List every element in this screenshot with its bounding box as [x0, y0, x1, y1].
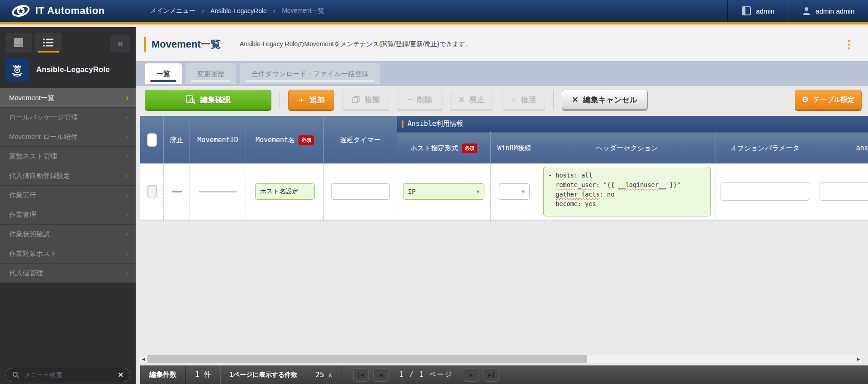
header-section-textarea[interactable]: - hosts: all remote_user: "{{ __loginuse…: [543, 167, 711, 216]
circle-icon: ○: [512, 96, 516, 104]
scroll-left-icon[interactable]: ◀: [140, 357, 147, 361]
group-label: Ansible利用情報: [408, 120, 463, 128]
menu-item-label: 作業状態確認: [9, 230, 50, 239]
row-host-format-cell: IP ▼: [397, 163, 491, 220]
menu-item-label: 変数ネスト管理: [9, 152, 57, 161]
sidebar-view-tabs: «: [0, 27, 136, 53]
scrollbar-track[interactable]: [147, 355, 855, 363]
add-button[interactable]: ＋ 追加: [288, 90, 334, 110]
movement-table: 廃止 MovementID Movement名 必須 遅延タイマー Ansibl…: [140, 116, 868, 221]
sidebar-item-work-manage[interactable]: 作業管理 ›: [0, 205, 136, 225]
chevron-up-icon: ∧: [329, 372, 332, 378]
chevron-right-icon: ›: [126, 230, 128, 239]
sidebar-item-role-package[interactable]: ロールパッケージ管理 ›: [0, 108, 136, 127]
title-accent-bar: [144, 37, 146, 52]
header-select-all-cell: [140, 116, 164, 163]
per-page-value: 25: [315, 370, 324, 379]
select-all-checkbox[interactable]: [147, 133, 157, 147]
tab-change-history[interactable]: 変更履歴: [185, 63, 236, 84]
edit-cancel-label: 編集キャンセル: [583, 95, 638, 105]
discard-label: 廃止: [469, 95, 484, 105]
discard-button[interactable]: ✕ 廃止: [450, 90, 493, 110]
search-clear-icon[interactable]: ✕: [118, 371, 123, 379]
sidebar-collapse-button[interactable]: «: [110, 34, 130, 53]
delete-button[interactable]: − 削除: [398, 90, 443, 110]
edit-count-value: 1 件: [186, 365, 220, 384]
scrollbar-thumb[interactable]: [147, 355, 587, 363]
winrm-select[interactable]: ▼: [499, 183, 530, 200]
sidebar-item-variable-nest[interactable]: 変数ネスト管理 ›: [0, 147, 136, 166]
header-header-section: ヘッダーセクション: [538, 132, 716, 163]
main-area: Movement一覧 Ansible-Legacy RoleのMovementを…: [136, 27, 868, 384]
chevron-down-icon: ▼: [522, 189, 525, 195]
menu-item-label: 作業実行: [9, 191, 36, 200]
breadcrumb: メインメニュー › Ansible-LegacyRole › Movement一…: [136, 7, 324, 15]
chevron-right-icon: ›: [126, 249, 128, 258]
sidebar-tab-list[interactable]: [35, 33, 62, 53]
restore-button[interactable]: ○ 復活: [503, 90, 545, 110]
restore-label: 復活: [521, 95, 536, 105]
row-select-cell: [140, 163, 164, 220]
table-row: ホスト名設定 IP ▼ ▼: [140, 163, 868, 221]
header-movement-name: Movement名 必須: [246, 116, 324, 163]
header-ansible-cfg: ansib: [814, 132, 868, 163]
journal-icon: [741, 6, 751, 16]
row-ansible-cfg-cell: [814, 163, 868, 220]
table-settings-label: テーブル設定: [813, 96, 854, 104]
movement-name-input[interactable]: ホスト名設定: [255, 183, 315, 200]
tab-label: 全件ダウンロード・ファイル一括登録: [251, 70, 368, 78]
sidebar-panel-title: Ansible-LegacyRole: [36, 65, 110, 74]
tab-bulk-download-upload[interactable]: 全件ダウンロード・ファイル一括登録: [240, 63, 380, 84]
menu-search-input[interactable]: [24, 371, 113, 379]
sidebar-item-substitution-value[interactable]: 代入値管理 ›: [0, 264, 136, 283]
page-title-bar: Movement一覧 Ansible-Legacy RoleのMovementを…: [136, 27, 868, 61]
footer-bar: 編集件数 1 件 1ページに表示する件数 25 ∧ ◀ ◀ 1: [140, 365, 868, 384]
menu-item-label: 代入値管理: [9, 269, 43, 278]
delay-timer-input[interactable]: [331, 183, 390, 200]
last-page-button[interactable]: ▶: [484, 368, 499, 382]
sidebar-item-movement-role-link[interactable]: Movement-ロール紐付 ›: [0, 127, 136, 147]
horizontal-scrollbar: ◀ ▶: [140, 355, 862, 363]
empty-value-dash: [172, 191, 182, 192]
kebab-menu-icon[interactable]: ⋮: [844, 39, 854, 50]
user-button[interactable]: admin admin: [788, 0, 868, 22]
sidebar-item-substitution-auto-reg[interactable]: 代入値自動登録設定 ›: [0, 166, 136, 186]
ansible-legacyrole-icon: [5, 58, 29, 82]
menu-item-label: ロールパッケージ管理: [9, 113, 78, 122]
tab-list[interactable]: 一覧: [145, 63, 182, 84]
sidebar-item-target-host[interactable]: 作業対象ホスト ›: [0, 244, 136, 264]
toolbar-divider: [553, 91, 554, 109]
edit-cancel-button[interactable]: ✕ 編集キャンセル: [562, 90, 648, 110]
first-page-button[interactable]: ◀: [353, 368, 369, 382]
per-page-dropdown[interactable]: 25 ∧: [306, 365, 341, 384]
next-page-button[interactable]: ▶: [464, 368, 479, 382]
breadcrumb-ansible-legacyrole[interactable]: Ansible-LegacyRole: [210, 7, 267, 14]
menu-list-button[interactable]: admin: [727, 0, 788, 22]
row-checkbox[interactable]: [147, 185, 157, 198]
sidebar-item-work-status[interactable]: 作業状態確認 ›: [0, 225, 136, 244]
host-format-select[interactable]: IP ▼: [403, 183, 484, 200]
duplicate-button[interactable]: 複製: [342, 90, 389, 110]
breadcrumb-main-menu[interactable]: メインメニュー: [150, 7, 195, 15]
scroll-right-icon[interactable]: ▶: [855, 357, 862, 361]
sidebar-item-movement-list[interactable]: Movement一覧 ›: [0, 88, 136, 108]
content-area: 編集確認 ＋ 追加 複製 −: [136, 86, 868, 384]
pending-id-line: [199, 191, 237, 192]
gear-icon: ⚙: [802, 96, 809, 104]
sidebar-item-work-execute[interactable]: 作業実行 ›: [0, 186, 136, 205]
list-icon: [43, 38, 54, 48]
sidebar-menu: Movement一覧 › ロールパッケージ管理 › Movement-ロール紐付…: [0, 88, 136, 283]
table-settings-button[interactable]: ⚙ テーブル設定: [795, 90, 862, 110]
option-params-input[interactable]: [721, 182, 809, 201]
breadcrumb-separator-icon: ›: [202, 7, 204, 15]
brand: IT Automation: [0, 3, 136, 19]
sidebar-tab-grid[interactable]: [5, 33, 32, 53]
menu-item-label: 作業対象ホスト: [9, 250, 57, 258]
per-page-label: 1ページに表示する件数: [220, 365, 306, 384]
prev-page-button[interactable]: ◀: [373, 368, 389, 382]
duplicate-label: 複製: [365, 95, 380, 105]
ansible-cfg-input[interactable]: [820, 182, 868, 201]
menu-item-label: Movement-ロール紐付: [9, 133, 77, 141]
chevron-right-icon: ›: [126, 210, 128, 219]
edit-confirm-button[interactable]: 編集確認: [145, 90, 271, 110]
